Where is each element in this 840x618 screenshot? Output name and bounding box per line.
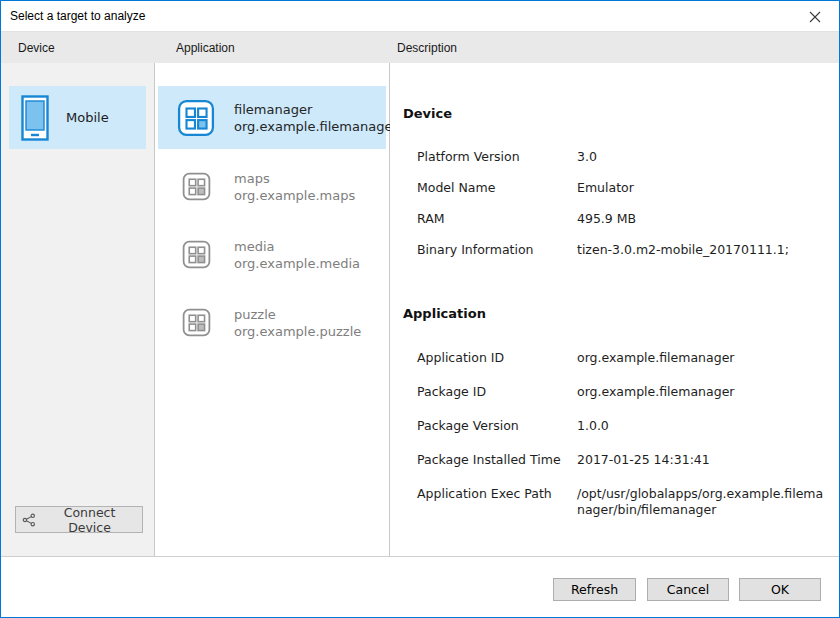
select-target-dialog: Select a target to analyze Device Applic…: [0, 0, 840, 618]
app-name: puzzle: [234, 306, 361, 323]
desc-row-ram: RAM 495.9 MB: [417, 211, 825, 227]
application-section-title: Application: [403, 306, 486, 321]
mobile-phone-icon: [21, 95, 49, 141]
refresh-button[interactable]: Refresh: [553, 578, 636, 601]
app-name: filemanager: [234, 101, 398, 118]
app-package: org.example.maps: [234, 187, 355, 204]
desc-label: Application ID: [417, 350, 577, 366]
desc-row-package-id: Package ID org.example.filemanager: [417, 384, 825, 400]
connect-device-button[interactable]: Connect Device: [15, 506, 143, 533]
app-grid-icon: [182, 240, 211, 269]
desc-value: 2017-01-25 14:31:41: [577, 452, 825, 468]
app-grid-icon: [177, 99, 215, 137]
column-header-description: Description: [397, 41, 457, 55]
desc-value: 3.0: [577, 149, 825, 165]
desc-row-application-exec-path: Application Exec Path /opt/usr/globalapp…: [417, 486, 825, 518]
titlebar: Select a target to analyze: [1, 1, 839, 31]
device-section-title: Device: [403, 106, 452, 121]
app-name: media: [234, 238, 360, 255]
footer: Refresh Cancel OK: [1, 556, 839, 617]
column-header-device: Device: [18, 41, 55, 55]
desc-label: Package Installed Time: [417, 452, 577, 468]
desc-row-model-name: Model Name Emulator: [417, 180, 825, 196]
app-grid-icon: [182, 172, 211, 201]
desc-value: /opt/usr/globalapps/org.example.filemana…: [577, 486, 825, 518]
app-package: org.example.puzzle: [234, 323, 361, 340]
desc-row-package-version: Package Version 1.0.0: [417, 418, 825, 434]
application-panel: filemanager org.example.filemanager maps…: [155, 63, 390, 556]
desc-row-platform-version: Platform Version 3.0: [417, 149, 825, 165]
ok-button[interactable]: OK: [739, 578, 821, 601]
app-item-maps[interactable]: maps org.example.maps: [158, 155, 386, 218]
window-title: Select a target to analyze: [10, 9, 145, 23]
app-package: org.example.filemanager: [234, 118, 398, 135]
cancel-button[interactable]: Cancel: [647, 578, 729, 601]
desc-value: 1.0.0: [577, 418, 825, 434]
description-panel: Device Platform Version 3.0 Model Name E…: [390, 63, 839, 556]
app-item-puzzle[interactable]: puzzle org.example.puzzle: [158, 291, 386, 354]
device-label: Mobile: [66, 110, 109, 125]
device-panel: Mobile Connect Device: [1, 63, 155, 556]
desc-label: Model Name: [417, 180, 577, 196]
device-item-mobile[interactable]: Mobile: [9, 86, 146, 149]
desc-label: RAM: [417, 211, 577, 227]
connect-device-label: Connect Device: [43, 505, 136, 535]
desc-label: Application Exec Path: [417, 486, 577, 518]
desc-value: org.example.filemanager: [577, 350, 825, 366]
desc-value: Emulator: [577, 180, 825, 196]
app-package: org.example.media: [234, 255, 360, 272]
desc-value: org.example.filemanager: [577, 384, 825, 400]
desc-row-package-installed-time: Package Installed Time 2017-01-25 14:31:…: [417, 452, 825, 468]
desc-label: Binary Information: [417, 242, 577, 258]
desc-label: Package Version: [417, 418, 577, 434]
desc-row-binary-information: Binary Information tizen-3.0.m2-mobile_2…: [417, 242, 825, 258]
column-header-application: Application: [176, 41, 235, 55]
desc-label: Package ID: [417, 384, 577, 400]
app-item-filemanager[interactable]: filemanager org.example.filemanager: [158, 86, 386, 149]
desc-label: Platform Version: [417, 149, 577, 165]
share-network-icon: [22, 513, 36, 527]
app-item-media[interactable]: media org.example.media: [158, 223, 386, 286]
close-icon: [809, 11, 821, 23]
app-name: maps: [234, 170, 355, 187]
app-grid-icon: [182, 308, 211, 337]
desc-value: 495.9 MB: [577, 211, 825, 227]
column-headers: Device Application Description: [1, 31, 839, 63]
close-button[interactable]: [799, 6, 831, 27]
desc-value: tizen-3.0.m2-mobile_20170111.1;: [577, 242, 825, 258]
desc-row-application-id: Application ID org.example.filemanager: [417, 350, 825, 366]
